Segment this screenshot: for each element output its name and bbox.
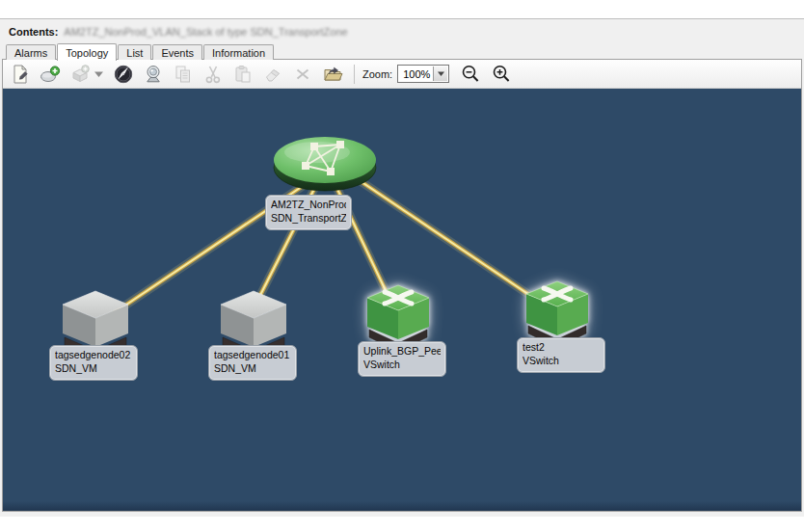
add-node-dropdown-arrow[interactable] bbox=[94, 63, 103, 86]
zoom-out-button[interactable] bbox=[459, 63, 482, 86]
new-document-icon bbox=[10, 64, 31, 85]
copy-icon bbox=[173, 64, 194, 85]
node-transport-zone[interactable] bbox=[269, 131, 381, 199]
tab-topology[interactable]: Topology bbox=[57, 43, 117, 61]
toolbar-separator bbox=[354, 65, 355, 84]
add-node-button[interactable] bbox=[67, 63, 93, 86]
copy-button[interactable] bbox=[171, 63, 196, 86]
find-overview-button[interactable] bbox=[141, 63, 166, 86]
toolbar: Zoom: 100% bbox=[3, 60, 801, 89]
zoom-in-button[interactable] bbox=[490, 63, 513, 86]
open-folder-icon bbox=[322, 64, 343, 85]
add-node-icon bbox=[69, 64, 91, 85]
compass-icon bbox=[113, 64, 134, 85]
zoom-select-dropdown-button[interactable] bbox=[433, 66, 447, 81]
zoom-label: Zoom: bbox=[362, 68, 392, 80]
add-ellipse-node-icon bbox=[40, 64, 61, 85]
paste-icon bbox=[232, 64, 254, 85]
node-label-uplink-bgp-peer[interactable]: Uplink_BGP_Peer... VSwitch bbox=[358, 341, 446, 377]
topology-canvas[interactable]: AM2TZ_NonProd... SDN_TransportZ... bbox=[3, 89, 801, 511]
cut-button[interactable] bbox=[201, 63, 226, 86]
tab-information[interactable]: Information bbox=[203, 44, 274, 60]
canvas-bottom-shadow bbox=[3, 501, 801, 511]
cut-icon bbox=[202, 64, 224, 85]
topology-viewer-window: Contents: AM2TZ_NonProd_VLAN_Stack of ty… bbox=[0, 0, 804, 532]
find-overview-icon bbox=[143, 64, 164, 85]
eraser-button[interactable] bbox=[260, 63, 285, 86]
zoom-level-select[interactable]: 100% bbox=[397, 65, 449, 83]
tab-events[interactable]: Events bbox=[152, 44, 202, 60]
zoom-out-icon bbox=[460, 64, 481, 85]
open-folder-button[interactable] bbox=[320, 63, 345, 86]
node-label-tagsedgenode01[interactable]: tagsedgenode01 SDN_VM bbox=[208, 345, 297, 381]
contents-row: Contents: AM2TZ_NonProd_VLAN_Stack of ty… bbox=[9, 24, 348, 40]
tab-bar: Alarms Topology List Events Information bbox=[6, 42, 798, 60]
chevron-down-icon bbox=[438, 71, 444, 76]
paste-button[interactable] bbox=[230, 63, 255, 86]
topology-tab-page: Zoom: 100% bbox=[2, 59, 802, 512]
node-label-transport-zone[interactable]: AM2TZ_NonProd... SDN_TransportZ... bbox=[265, 195, 352, 230]
delete-x-icon bbox=[292, 64, 313, 85]
new-document-button[interactable] bbox=[8, 63, 33, 86]
tab-alarms[interactable]: Alarms bbox=[6, 44, 56, 60]
add-ellipse-node-button[interactable] bbox=[38, 63, 63, 86]
delete-button[interactable] bbox=[290, 63, 315, 86]
tab-list[interactable]: List bbox=[118, 44, 151, 60]
node-label-tagsedgenode02[interactable]: tagsedgenode02 SDN_VM bbox=[49, 345, 138, 381]
eraser-icon bbox=[262, 64, 283, 85]
transport-zone-ellipse-icon bbox=[269, 131, 381, 195]
contents-value-redacted: AM2TZ_NonProd_VLAN_Stack of type SDN_Tra… bbox=[64, 26, 347, 38]
zoom-level-value: 100% bbox=[403, 68, 430, 80]
contents-label: Contents: bbox=[9, 26, 58, 38]
node-label-test2[interactable]: test2 VSwitch bbox=[517, 337, 605, 373]
zoom-in-icon bbox=[491, 64, 512, 85]
compass-button[interactable] bbox=[111, 63, 136, 86]
chevron-down-icon bbox=[94, 71, 103, 77]
